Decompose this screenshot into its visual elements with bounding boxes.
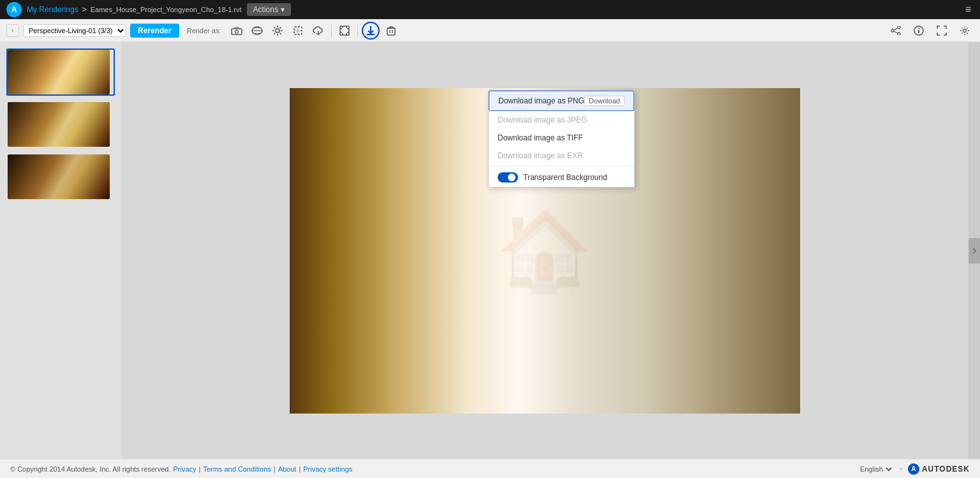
thumbnail-image-1 (8, 50, 110, 94)
toolbar-divider (331, 24, 332, 37)
svg-rect-70 (290, 369, 513, 414)
svg-rect-38 (290, 120, 405, 123)
svg-point-24 (898, 26, 900, 29)
svg-rect-58 (704, 88, 709, 414)
svg-line-11 (279, 27, 281, 28)
svg-rect-52 (300, 170, 308, 207)
svg-line-27 (894, 28, 898, 30)
svg-rect-56 (672, 88, 800, 414)
svg-rect-69 (545, 337, 647, 362)
nav-prev-button[interactable]: ‹ (6, 24, 19, 37)
svg-line-9 (274, 27, 275, 28)
breadcrumb-root[interactable]: My Renderings (27, 5, 78, 14)
download-jpeg-item: Download image as JPEG (489, 111, 634, 129)
privacy-link[interactable]: Privacy (173, 465, 196, 473)
about-link[interactable]: About (278, 465, 297, 473)
autodesk-brand: A AUTODESK (908, 463, 970, 475)
download-png-label: Download image as PNG (498, 96, 584, 105)
toolbar: ‹ Perspective-Living-01 (3/3) Rerender R… (0, 19, 980, 42)
svg-line-10 (279, 33, 281, 34)
terms-link[interactable]: Terms and Conditions (203, 465, 271, 473)
copyright-text: © Copyright 2014 Autodesk, Inc. All righ… (10, 465, 170, 473)
svg-rect-37 (290, 88, 405, 414)
download-exr-item: Download image as EXR (489, 147, 634, 165)
footer: © Copyright 2014 Autodesk, Inc. All righ… (0, 459, 980, 478)
svg-rect-20 (387, 28, 395, 35)
crop-icon[interactable] (289, 22, 307, 40)
language-selector[interactable]: English (858, 465, 894, 474)
svg-rect-44 (293, 123, 301, 163)
autodesk-logo-icon: A (908, 463, 919, 475)
download-png-item[interactable]: Download image as PNG Download (489, 91, 634, 111)
download-button[interactable] (362, 22, 380, 40)
svg-point-25 (898, 33, 900, 35)
transparent-background-toggle[interactable] (498, 172, 518, 183)
thumbnail-sidebar (0, 42, 121, 459)
toolbar-right-icons (887, 22, 974, 40)
rerender-button[interactable]: Rerender (130, 24, 179, 38)
fullscreen-icon[interactable] (933, 22, 951, 40)
thumbnail-1[interactable] (6, 49, 115, 96)
dropdown-divider (489, 166, 634, 167)
svg-rect-49 (328, 125, 333, 163)
svg-rect-57 (672, 88, 678, 414)
autodesk-logo-icon: A (6, 2, 22, 17)
svg-rect-54 (315, 170, 322, 207)
thumbnail-image-2 (8, 102, 110, 147)
info-icon[interactable] (910, 22, 928, 40)
camera-icon[interactable] (228, 22, 246, 40)
transparent-background-row[interactable]: Transparent Background (489, 168, 634, 187)
thumbnail-3[interactable] (6, 153, 115, 200)
footer-sep-1: | (199, 465, 201, 473)
cloud-download-icon[interactable] (309, 22, 327, 40)
actions-button[interactable]: Actions ▾ (247, 3, 291, 16)
svg-point-4 (276, 29, 279, 33)
toolbar-divider-2 (357, 24, 358, 37)
svg-point-68 (532, 337, 660, 388)
svg-marker-72 (672, 88, 800, 280)
render-as-label: Render as: (187, 27, 221, 34)
svg-line-12 (274, 33, 275, 34)
transparent-background-label: Transparent Background (523, 173, 607, 182)
svg-rect-43 (290, 343, 405, 346)
svg-rect-36 (290, 88, 417, 414)
settings-icon[interactable] (956, 22, 974, 40)
svg-point-31 (918, 27, 919, 29)
main-area: Download image as PNG Download Download … (0, 42, 980, 459)
thumbnail-image-3 (8, 154, 110, 199)
download-tiff-item[interactable]: Download image as TIFF (489, 129, 634, 147)
svg-rect-55 (322, 168, 327, 207)
svg-rect-39 (290, 165, 405, 167)
thumbnail-2[interactable] (6, 101, 115, 148)
download-badge[interactable]: Download (584, 96, 625, 106)
share-icon[interactable] (887, 22, 905, 40)
svg-point-71 (481, 362, 736, 414)
svg-point-61 (685, 248, 762, 375)
svg-rect-45 (301, 125, 306, 163)
delete-button[interactable] (382, 22, 400, 40)
actions-arrow-icon: ▾ (281, 5, 285, 14)
footer-sep-3: | (299, 465, 301, 473)
region-crop-icon[interactable] (336, 22, 353, 40)
view-selector[interactable]: Perspective-Living-01 (3/3) (23, 24, 126, 37)
svg-rect-40 (290, 209, 405, 212)
svg-rect-60 (768, 88, 773, 414)
render-as-icons (228, 22, 400, 40)
svg-rect-53 (308, 168, 314, 207)
svg-rect-50 (334, 123, 341, 163)
sun-icon[interactable] (269, 22, 286, 40)
panorama-icon[interactable] (248, 22, 266, 40)
svg-rect-48 (320, 123, 327, 163)
svg-rect-0 (232, 29, 242, 34)
actions-label: Actions (253, 5, 278, 14)
svg-point-1 (235, 30, 238, 33)
download-tiff-label: Download image as TIFF (498, 133, 583, 142)
svg-marker-34 (290, 280, 800, 414)
right-scroll-area (969, 42, 980, 459)
privacy-settings-link[interactable]: Privacy settings (303, 465, 352, 473)
scroll-right-button[interactable] (969, 238, 980, 264)
hamburger-menu-icon[interactable]: ≡ (963, 1, 974, 18)
download-dropdown: Download image as PNG Download Download … (488, 90, 635, 188)
svg-rect-17 (340, 26, 349, 35)
svg-point-26 (891, 29, 894, 32)
